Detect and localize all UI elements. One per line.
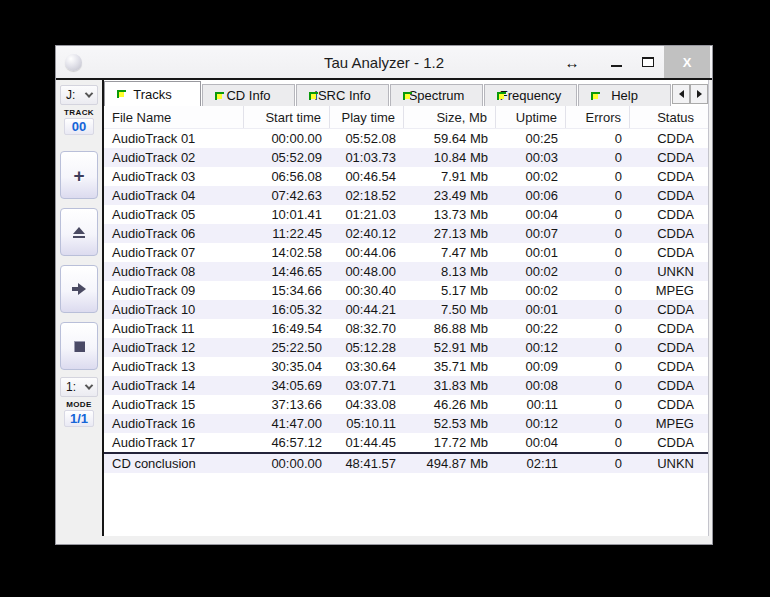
- cell-file-name: AudioTrack 16: [104, 416, 244, 431]
- cell-size: 59.64 Mb: [404, 131, 496, 146]
- cell-uptime: 00:02: [496, 264, 566, 279]
- tab-cd-info[interactable]: CD Info: [202, 84, 295, 106]
- tab-strip: Tracks CD Info ISRC Info Spectrum Freque…: [104, 80, 708, 106]
- cell-start-time: 06:56.08: [244, 169, 330, 184]
- tab-tracks[interactable]: Tracks: [104, 81, 201, 106]
- table-row[interactable]: AudioTrack 14 34:05.69 03:07.71 31.83 Mb…: [104, 376, 708, 395]
- sidebar: J: TRACK 00 +: [56, 80, 102, 536]
- column-header-play-time[interactable]: Play time: [330, 106, 404, 128]
- tab-help[interactable]: Help: [578, 84, 671, 106]
- tab-label: Spectrum: [409, 88, 465, 103]
- mode-select[interactable]: 1:: [60, 377, 98, 397]
- cell-play-time: 02:18.52: [330, 188, 404, 203]
- cell-size: 23.49 Mb: [404, 188, 496, 203]
- table-row[interactable]: AudioTrack 09 15:34.66 00:30.40 5.17 Mb …: [104, 281, 708, 300]
- cell-errors: 0: [566, 150, 630, 165]
- plus-icon: +: [73, 166, 84, 185]
- flag-icon: [591, 92, 600, 100]
- cell-status: CDDA: [630, 169, 708, 184]
- tab-spectrum[interactable]: Spectrum: [390, 84, 483, 106]
- cell-file-name: CD conclusion: [104, 456, 244, 471]
- maximize-button[interactable]: [632, 46, 664, 78]
- table-row[interactable]: AudioTrack 06 11:22.45 02:40.12 27.13 Mb…: [104, 224, 708, 243]
- cell-errors: 0: [566, 321, 630, 336]
- cell-errors: 0: [566, 245, 630, 260]
- cell-play-time: 04:33.08: [330, 397, 404, 412]
- cell-start-time: 34:05.69: [244, 378, 330, 393]
- arrow-left-icon: [679, 90, 684, 98]
- cell-size: 52.91 Mb: [404, 340, 496, 355]
- table-row[interactable]: AudioTrack 13 30:35.04 03:30.64 35.71 Mb…: [104, 357, 708, 376]
- table-row[interactable]: AudioTrack 05 10:01.41 01:21.03 13.73 Mb…: [104, 205, 708, 224]
- table-row[interactable]: AudioTrack 10 16:05.32 00:44.21 7.50 Mb …: [104, 300, 708, 319]
- tab-scroll-left-button[interactable]: [672, 84, 690, 104]
- cell-errors: 0: [566, 456, 630, 471]
- add-button[interactable]: +: [60, 151, 98, 199]
- cell-uptime: 00:12: [496, 340, 566, 355]
- cell-uptime: 00:25: [496, 131, 566, 146]
- close-button[interactable]: X: [664, 46, 710, 78]
- stop-button[interactable]: [60, 322, 98, 370]
- cell-file-name: AudioTrack 04: [104, 188, 244, 203]
- arrow-right-icon: [697, 90, 702, 98]
- cell-size: 86.88 Mb: [404, 321, 496, 336]
- table-row[interactable]: AudioTrack 03 06:56.08 00:46.54 7.91 Mb …: [104, 167, 708, 186]
- table-row[interactable]: AudioTrack 02 05:52.09 01:03.73 10.84 Mb…: [104, 148, 708, 167]
- cell-start-time: 00:00.00: [244, 456, 330, 471]
- cell-errors: 0: [566, 131, 630, 146]
- titlebar[interactable]: Tau Analyzer - 1.2 ↔ X: [56, 46, 712, 78]
- table-row[interactable]: AudioTrack 01 00:00.00 05:52.08 59.64 Mb…: [104, 129, 708, 148]
- tab-frequency[interactable]: Frequency: [484, 84, 577, 106]
- tab-isrc-info[interactable]: ISRC Info: [296, 84, 389, 106]
- track-value: 00: [64, 118, 94, 135]
- cell-start-time: 07:42.63: [244, 188, 330, 203]
- table-row[interactable]: AudioTrack 17 46:57.12 01:44.45 17.72 Mb…: [104, 433, 708, 452]
- column-header-start-time[interactable]: Start time: [244, 106, 330, 128]
- column-header-status[interactable]: Status: [630, 106, 708, 128]
- mode-value: 1/1: [64, 410, 94, 427]
- arrow-right-icon: [72, 283, 86, 295]
- cell-play-time: 00:46.54: [330, 169, 404, 184]
- table-row[interactable]: AudioTrack 04 07:42.63 02:18.52 23.49 Mb…: [104, 186, 708, 205]
- cell-play-time: 05:12.28: [330, 340, 404, 355]
- cell-start-time: 00:00.00: [244, 131, 330, 146]
- cell-start-time: 15:34.66: [244, 283, 330, 298]
- cell-status: CDDA: [630, 226, 708, 241]
- tab-scroll-right-button[interactable]: [690, 84, 708, 104]
- cell-start-time: 11:22.45: [244, 226, 330, 241]
- table-row[interactable]: AudioTrack 07 14:02.58 00:44.06 7.47 Mb …: [104, 243, 708, 262]
- cell-start-time: 30:35.04: [244, 359, 330, 374]
- cell-size: 5.17 Mb: [404, 283, 496, 298]
- column-header-uptime[interactable]: Uptime: [496, 106, 566, 128]
- main-panel: Tracks CD Info ISRC Info Spectrum Freque…: [104, 80, 709, 536]
- eject-button[interactable]: [60, 208, 98, 256]
- cell-status: CDDA: [630, 378, 708, 393]
- track-label: TRACK: [64, 108, 94, 117]
- app-icon[interactable]: [65, 54, 82, 71]
- cell-uptime: 00:01: [496, 245, 566, 260]
- table-row[interactable]: AudioTrack 15 37:13.66 04:33.08 46.26 Mb…: [104, 395, 708, 414]
- cell-file-name: AudioTrack 06: [104, 226, 244, 241]
- cell-file-name: AudioTrack 13: [104, 359, 244, 374]
- column-header-file-name[interactable]: File Name: [104, 106, 244, 128]
- table-row[interactable]: AudioTrack 16 41:47.00 05:10.11 52.53 Mb…: [104, 414, 708, 433]
- drive-select-value: J:: [66, 88, 75, 102]
- cell-status: UNKN: [630, 456, 708, 471]
- cell-status: CDDA: [630, 397, 708, 412]
- column-header-errors[interactable]: Errors: [566, 106, 630, 128]
- drive-select[interactable]: J:: [60, 85, 98, 105]
- cell-status: MPEG: [630, 283, 708, 298]
- table-row[interactable]: AudioTrack 11 16:49.54 08:32.70 86.88 Mb…: [104, 319, 708, 338]
- go-button[interactable]: [60, 265, 98, 313]
- cell-start-time: 05:52.09: [244, 150, 330, 165]
- cell-file-name: AudioTrack 15: [104, 397, 244, 412]
- cell-file-name: AudioTrack 01: [104, 131, 244, 146]
- table-row[interactable]: AudioTrack 08 14:46.65 00:48.00 8.13 Mb …: [104, 262, 708, 281]
- resize-arrows-button[interactable]: ↔: [556, 46, 588, 78]
- column-header-size[interactable]: Size, Mb: [404, 106, 496, 128]
- cell-uptime: 00:07: [496, 226, 566, 241]
- tab-label: Help: [611, 88, 638, 103]
- table-row[interactable]: AudioTrack 12 25:22.50 05:12.28 52.91 Mb…: [104, 338, 708, 357]
- minimize-button[interactable]: [600, 46, 632, 78]
- minimize-icon: [611, 65, 622, 67]
